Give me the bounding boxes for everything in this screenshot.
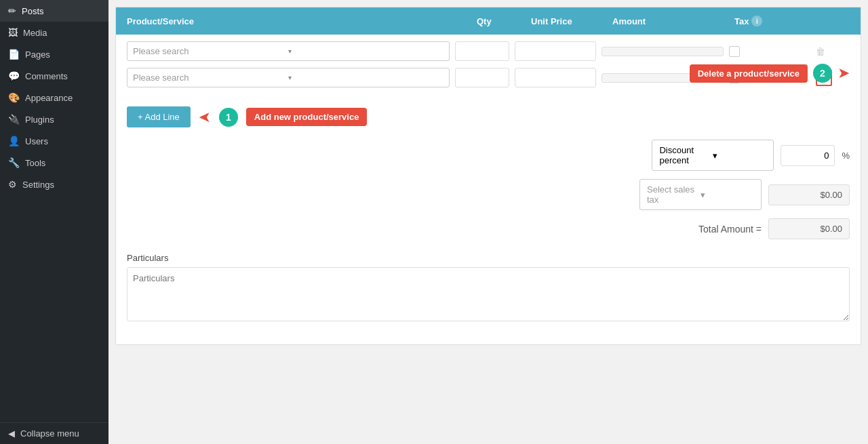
delete-callout: Delete a product/service xyxy=(690,64,808,83)
tax-checkbox-row1[interactable] xyxy=(729,46,740,57)
posts-icon: ✏ xyxy=(8,5,16,16)
table-header: Product/Service Qty Unit Price Amount Ta… xyxy=(116,7,861,35)
totals-section: Discount percent ▾ % Select sales tax ▾ … xyxy=(116,133,861,246)
delete-icon-row1[interactable]: 🗑 xyxy=(816,46,850,57)
delete-callout-area: Delete a product/service 2 ➤ xyxy=(690,64,850,83)
chevron-down-icon: ▾ xyxy=(288,47,443,55)
col-amount: Amount xyxy=(612,16,734,26)
particulars-textarea[interactable] xyxy=(127,267,850,321)
settings-icon: ⚙ xyxy=(8,179,17,190)
media-icon: 🖼 xyxy=(8,27,18,38)
table-row: Please search ▾ 🗑 xyxy=(127,41,850,61)
badge-2: 2 xyxy=(813,64,832,83)
col-qty: Qty xyxy=(477,16,531,26)
add-new-callout: Add new product/service xyxy=(246,108,368,126)
discount-select[interactable]: Discount percent ▾ xyxy=(652,140,774,171)
appearance-icon: 🎨 xyxy=(8,92,20,103)
col-tax: Tax i xyxy=(734,16,816,26)
sidebar-item-posts[interactable]: ✏ Posts xyxy=(0,0,108,22)
sidebar-item-comments[interactable]: 💬 Comments xyxy=(0,65,108,87)
add-line-area: + Add Line ➤ 1 Add new product/service D… xyxy=(116,101,861,133)
particulars-section: Particulars xyxy=(116,246,861,331)
sales-tax-row: Select sales tax ▾ $0.00 xyxy=(639,179,850,210)
tax-info-icon[interactable]: i xyxy=(751,16,762,26)
arrow-left-icon: ➤ xyxy=(199,108,211,126)
qty-input-row2[interactable] xyxy=(455,68,509,87)
sidebar-item-tools[interactable]: 🔧 Tools xyxy=(0,152,108,174)
percent-symbol: % xyxy=(842,150,850,161)
collapse-icon: ◀ xyxy=(8,428,15,439)
sidebar-item-users[interactable]: 👤 Users xyxy=(0,130,108,152)
discount-row: Discount percent ▾ % xyxy=(652,140,850,171)
discount-input[interactable] xyxy=(781,145,835,166)
sidebar-item-appearance[interactable]: 🎨 Appearance xyxy=(0,87,108,108)
sales-tax-chevron-icon: ▾ xyxy=(701,190,754,200)
collapse-menu[interactable]: ◀ Collapse menu xyxy=(0,422,108,444)
qty-input-row1[interactable] xyxy=(455,41,509,61)
plugins-icon: 🔌 xyxy=(8,114,20,125)
arrow-right-icon: ➤ xyxy=(837,64,850,82)
sales-tax-select[interactable]: Select sales tax ▾ xyxy=(639,179,762,210)
chevron-down-icon: ▾ xyxy=(288,74,443,81)
sidebar-item-pages[interactable]: 📄 Pages xyxy=(0,43,108,65)
discount-chevron-icon: ▾ xyxy=(713,150,766,161)
sales-tax-value: $0.00 xyxy=(768,184,850,205)
add-line-row: + Add Line ➤ 1 Add new product/service xyxy=(127,101,850,133)
product-search-row1[interactable]: Please search ▾ xyxy=(127,41,450,61)
amount-field-row1 xyxy=(601,47,724,56)
particulars-label: Particulars xyxy=(127,253,850,263)
main-content: Product/Service Qty Unit Price Amount Ta… xyxy=(108,0,868,444)
total-amount-value: $0.00 xyxy=(768,218,850,239)
invoice-editor: Product/Service Qty Unit Price Amount Ta… xyxy=(115,7,861,345)
unit-price-input-row1[interactable] xyxy=(515,41,596,61)
badge-1: 1 xyxy=(219,108,238,127)
tools-icon: 🔧 xyxy=(8,157,20,168)
product-search-row2[interactable]: Please search ▾ xyxy=(127,68,450,87)
sidebar-item-media[interactable]: 🖼 Media xyxy=(0,22,108,43)
total-amount-label: Total Amount = xyxy=(698,224,762,235)
pages-icon: 📄 xyxy=(8,49,20,60)
unit-price-input-row2[interactable] xyxy=(515,68,596,87)
comments-icon: 💬 xyxy=(8,70,20,81)
col-product: Product/Service xyxy=(127,16,477,26)
add-line-button[interactable]: + Add Line xyxy=(127,106,191,127)
sidebar: ✏ Posts 🖼 Media 📄 Pages 💬 Comments 🎨 App… xyxy=(0,0,108,444)
col-unit-price: Unit Price xyxy=(531,16,612,26)
sidebar-item-settings[interactable]: ⚙ Settings xyxy=(0,174,108,195)
sidebar-item-plugins[interactable]: 🔌 Plugins xyxy=(0,108,108,130)
total-row: Total Amount = $0.00 xyxy=(698,218,850,239)
users-icon: 👤 xyxy=(8,136,20,146)
